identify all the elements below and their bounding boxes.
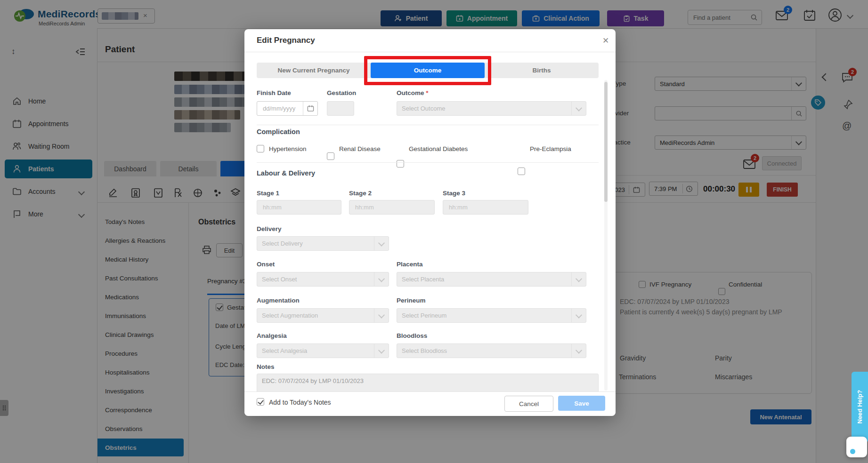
finish-date-calendar-icon[interactable] — [303, 102, 317, 115]
placenta-select: Select Placenta — [397, 272, 586, 287]
outcome-tab-highlight — [364, 56, 491, 85]
outcome-select: Select Outcome — [397, 101, 586, 116]
onset-label: Onset — [257, 261, 275, 268]
delivery-label: Delivery — [257, 225, 282, 232]
analgesia-chevron-down-icon — [374, 344, 389, 358]
perineum-chevron-down-icon — [571, 309, 586, 322]
modal-footer: Add to Today's Notes Cancel Save — [244, 391, 616, 416]
pre-eclampsia-label: Pre-Eclampsia — [530, 145, 571, 152]
add-to-todays-notes-label: Add to Today's Notes — [269, 399, 331, 406]
chat-widget-dot-icon — [850, 449, 855, 454]
tab-births[interactable]: Births — [485, 63, 599, 78]
outcome-chevron-down-icon — [571, 102, 586, 115]
onset-select: Select Onset — [257, 272, 389, 287]
notes-clip: EDC: 07/07/2024 by LMP 01/10/2023 — [257, 374, 599, 391]
modal-title: Edit Pregnancy — [257, 36, 315, 45]
required-asterisk: * — [426, 89, 428, 96]
onset-chevron-down-icon — [374, 272, 389, 286]
gestational-diabetes-label: Gestational Diabetes — [409, 145, 468, 152]
labour-delivery-section-label: Labour & Delivery — [257, 169, 315, 177]
outcome-placeholder: Select Outcome — [402, 105, 446, 112]
renal-disease-checkbox[interactable] — [327, 152, 334, 160]
delivery-chevron-down-icon — [374, 237, 389, 250]
save-button[interactable]: Save — [558, 396, 605, 411]
need-help-tab[interactable]: Need Help? — [852, 372, 868, 441]
analgesia-select: Select Analgesia — [257, 343, 389, 358]
finish-date-input[interactable] — [262, 104, 301, 112]
stage3-input — [448, 203, 523, 211]
hypertension-label: Hypertension — [269, 145, 307, 152]
renal-disease-label: Renal Disease — [339, 145, 381, 152]
notes-label: Notes — [257, 363, 275, 370]
placenta-chevron-down-icon — [571, 272, 586, 286]
stage2-input — [354, 203, 430, 211]
hypertension-checkbox[interactable] — [257, 145, 264, 152]
stage2-label: Stage 2 — [349, 190, 372, 197]
tab-new-current-pregnancy[interactable]: New Current Pregnancy — [257, 63, 371, 78]
perineum-select: Select Perineum — [397, 308, 586, 323]
complication-section-label: Complication — [257, 128, 300, 136]
gestation-field — [327, 101, 354, 116]
bloodloss-label: Bloodloss — [397, 332, 427, 339]
add-to-todays-notes-checkbox[interactable] — [257, 398, 264, 406]
augmentation-chevron-down-icon — [374, 309, 389, 322]
app-window: MediRecords MediRecords Admin × Patient … — [0, 0, 868, 463]
modal-close-icon[interactable]: ✕ — [602, 36, 609, 46]
delivery-select: Select Delivery — [257, 236, 389, 251]
chat-widget-button[interactable] — [846, 437, 867, 457]
edit-pregnancy-modal: Edit Pregnancy ✕ New Current Pregnancy O… — [244, 29, 616, 415]
section-divider — [257, 125, 599, 125]
notes-value: EDC: 07/07/2024 by LMP 01/10/2023 — [262, 377, 364, 384]
modal-scrollbar-thumb[interactable] — [604, 82, 608, 202]
augmentation-label: Augmentation — [257, 297, 300, 304]
notes-textarea[interactable]: EDC: 07/07/2024 by LMP 01/10/2023 — [257, 374, 599, 391]
finish-date-label: Finish Date — [257, 89, 291, 96]
stage3-label: Stage 3 — [443, 190, 465, 197]
augmentation-select: Select Augmentation — [257, 308, 389, 323]
pre-eclampsia-checkbox[interactable] — [518, 168, 525, 175]
finish-date-field[interactable] — [257, 101, 318, 116]
bloodloss-chevron-down-icon — [571, 344, 586, 358]
cancel-button[interactable]: Cancel — [504, 396, 553, 412]
perineum-label: Perineum — [397, 297, 426, 304]
stage2-field — [349, 200, 435, 215]
stage1-input — [262, 203, 336, 211]
stage3-field — [443, 200, 528, 215]
gestation-label: Gestation — [327, 89, 356, 96]
need-help-label: Need Help? — [856, 390, 863, 423]
section-divider — [257, 162, 599, 163]
stage1-field — [257, 200, 341, 215]
gestational-diabetes-checkbox[interactable] — [397, 160, 404, 168]
placenta-label: Placenta — [397, 261, 423, 268]
modal-header-divider — [244, 52, 616, 52]
outcome-label: Outcome * — [397, 89, 429, 96]
analgesia-label: Analgesia — [257, 332, 287, 339]
bloodloss-select: Select Bloodloss — [397, 343, 586, 358]
stage1-label: Stage 1 — [257, 190, 279, 197]
